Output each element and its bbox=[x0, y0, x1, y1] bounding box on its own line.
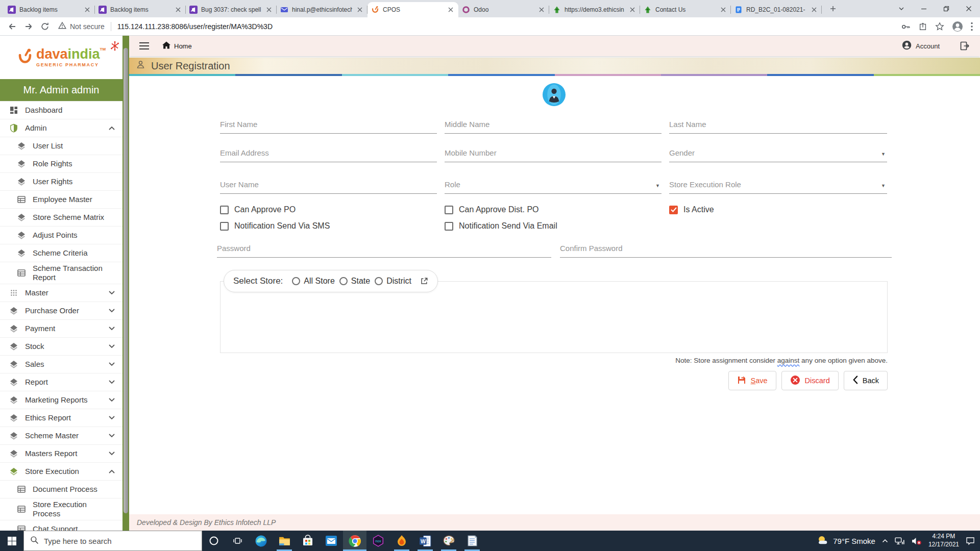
back-button[interactable]: Back bbox=[844, 371, 888, 390]
sidebar-item-purchase-order[interactable]: Purchase Order bbox=[0, 302, 122, 320]
window-close-icon[interactable] bbox=[958, 0, 980, 17]
radio-icon[interactable] bbox=[375, 277, 383, 285]
browser-reload-icon[interactable] bbox=[37, 18, 53, 35]
browser-tab-bug-3037-check-spell-c[interactable]: Bug 3037: check spell c bbox=[186, 2, 277, 17]
password-input[interactable]: Password bbox=[217, 240, 551, 258]
logout-icon[interactable] bbox=[960, 41, 970, 51]
search-input[interactable] bbox=[44, 537, 182, 545]
sidebar-item-admin[interactable]: Admin bbox=[0, 119, 122, 137]
tab-search-chevron-icon[interactable] bbox=[890, 0, 913, 17]
window-minimize-icon[interactable] bbox=[913, 0, 935, 17]
taskbar-search[interactable] bbox=[23, 531, 202, 551]
sidebar-item-dashboard[interactable]: Dashboard bbox=[0, 102, 122, 119]
taskbar-edge-icon[interactable] bbox=[249, 531, 273, 551]
discard-button[interactable]: Discard bbox=[781, 371, 839, 390]
security-chip[interactable]: Not secure bbox=[58, 21, 105, 31]
radio-icon[interactable] bbox=[292, 277, 300, 285]
start-button[interactable] bbox=[0, 531, 23, 551]
external-link-icon[interactable] bbox=[420, 277, 428, 285]
sidebar-item-scheme-transaction-report[interactable]: Scheme Transaction Report bbox=[0, 262, 122, 284]
taskbar-explorer-icon[interactable] bbox=[273, 531, 296, 551]
taskbar-notepad-icon[interactable] bbox=[460, 531, 484, 551]
account-icon[interactable] bbox=[901, 40, 912, 53]
sidebar-item-employee-master[interactable]: Employee Master bbox=[0, 191, 122, 209]
bookmark-star-icon[interactable] bbox=[935, 22, 944, 31]
checkbox-unchecked-icon[interactable] bbox=[445, 206, 453, 214]
sidebar-item-scheme-criteria[interactable]: Scheme Criteria bbox=[0, 244, 122, 262]
tab-close-icon[interactable] bbox=[537, 6, 546, 14]
taskbar-mail-icon[interactable] bbox=[320, 531, 343, 551]
url-text[interactable]: 115.124.111.238:8086/user/register/MA%3D… bbox=[117, 22, 273, 31]
sidebar-item-masters-report[interactable]: Masters Report bbox=[0, 445, 122, 463]
sidebar-item-adjust-points[interactable]: Adjust Points bbox=[0, 227, 122, 244]
browser-tab-odoo[interactable]: Odoo bbox=[458, 2, 549, 17]
can-approve-dist-po-checkbox[interactable]: Can Approve Dist. PO bbox=[445, 205, 539, 214]
password-key-icon[interactable] bbox=[901, 22, 911, 32]
notification-send-via-email-checkbox[interactable]: Notification Send Via Email bbox=[445, 221, 557, 231]
browser-back-icon[interactable] bbox=[4, 18, 20, 35]
sidebar-item-role-rights[interactable]: Role Rights bbox=[0, 155, 122, 173]
share-icon[interactable] bbox=[918, 22, 927, 31]
sidebar-item-sales[interactable]: Sales bbox=[0, 356, 122, 373]
sidebar-item-user-rights[interactable]: User Rights bbox=[0, 173, 122, 191]
checkbox-unchecked-icon[interactable] bbox=[220, 222, 229, 231]
task-view-icon[interactable] bbox=[226, 531, 249, 551]
checkbox-checked-icon[interactable] bbox=[669, 206, 678, 214]
tray-chevron-up-icon[interactable] bbox=[882, 539, 888, 543]
email-address-input[interactable]: Email Address bbox=[220, 145, 437, 162]
profile-avatar-image[interactable] bbox=[543, 83, 566, 106]
browser-tab-contact-us[interactable]: Contact Us bbox=[640, 2, 731, 17]
sidebar-item-user-list[interactable]: User List bbox=[0, 137, 122, 155]
sidebar-item-document-process[interactable]: Document Process bbox=[0, 481, 122, 498]
taskbar-flame-icon[interactable] bbox=[390, 531, 413, 551]
action-center-icon[interactable] bbox=[966, 536, 975, 545]
sidebar-scrollbar-track[interactable] bbox=[122, 36, 129, 531]
tab-close-icon[interactable] bbox=[83, 6, 91, 14]
last-name-input[interactable]: Last Name bbox=[669, 116, 887, 134]
browser-tab-rd-b2c-01-082021-b[interactable]: RD_B2C_01-082021- B bbox=[731, 2, 822, 17]
sidebar-item-master[interactable]: Master bbox=[0, 284, 122, 302]
taskbar-nox-icon[interactable]: nox bbox=[366, 531, 390, 551]
sidebar-item-report[interactable]: Report bbox=[0, 373, 122, 391]
radio-icon[interactable] bbox=[339, 277, 348, 285]
confirm-password-input[interactable]: Confirm Password bbox=[560, 240, 892, 258]
checkbox-unchecked-icon[interactable] bbox=[445, 222, 453, 231]
notification-send-via-sms-checkbox[interactable]: Notification Send Via SMS bbox=[220, 221, 330, 231]
browser-tab-cpos[interactable]: CPOS bbox=[368, 2, 458, 17]
cortana-icon[interactable] bbox=[202, 531, 226, 551]
middle-name-input[interactable]: Middle Name bbox=[445, 116, 662, 134]
hamburger-menu-icon[interactable] bbox=[139, 42, 149, 50]
tab-close-icon[interactable] bbox=[810, 6, 818, 14]
save-button[interactable]: Save bbox=[728, 371, 776, 390]
role-select[interactable]: Role ▼ bbox=[445, 177, 662, 194]
taskbar-clock[interactable]: 4:24 PM 12/17/2021 bbox=[928, 533, 959, 548]
sidebar-item-payment[interactable]: Payment bbox=[0, 320, 122, 338]
window-restore-icon[interactable] bbox=[935, 0, 958, 17]
mobile-number-input[interactable]: Mobile Number bbox=[445, 145, 662, 162]
taskbar-word-icon[interactable]: W bbox=[413, 531, 437, 551]
sidebar-item-store-scheme-matrix[interactable]: Store Scheme Matrix bbox=[0, 209, 122, 227]
account-label[interactable]: Account bbox=[916, 42, 940, 50]
tab-close-icon[interactable] bbox=[628, 6, 636, 14]
store-execution-role-select[interactable]: Store Execution Role ▼ bbox=[669, 177, 887, 194]
network-icon[interactable] bbox=[895, 537, 904, 545]
user-name-input[interactable]: User Name bbox=[220, 177, 437, 194]
tab-close-icon[interactable] bbox=[447, 6, 455, 14]
is-active-checkbox[interactable]: Is Active bbox=[669, 205, 714, 214]
sidebar-item-stock[interactable]: Stock bbox=[0, 338, 122, 356]
sidebar-item-store-execution[interactable]: Store Execution bbox=[0, 463, 122, 481]
browser-menu-dots-icon[interactable] bbox=[971, 22, 973, 31]
speaker-muted-icon[interactable] bbox=[911, 537, 922, 545]
browser-forward-icon[interactable] bbox=[20, 18, 37, 35]
can-approve-po-checkbox[interactable]: Can Approve PO bbox=[220, 205, 296, 214]
browser-tab-backlog-items[interactable]: Backlog items bbox=[95, 2, 186, 17]
store-radio-all-store[interactable]: All Store bbox=[292, 277, 334, 286]
checkbox-unchecked-icon[interactable] bbox=[220, 206, 229, 214]
home-button[interactable]: Home bbox=[162, 41, 192, 51]
sidebar-item-chat-support[interactable]: Chat Support bbox=[0, 520, 122, 531]
sidebar-item-store-execution-process[interactable]: Store Execution Process bbox=[0, 498, 122, 520]
sidebar-item-marketing-reports[interactable]: Marketing Reports bbox=[0, 391, 122, 409]
taskbar-store-icon[interactable] bbox=[296, 531, 320, 551]
taskbar-chrome-icon[interactable] bbox=[343, 531, 366, 551]
tab-close-icon[interactable] bbox=[356, 6, 364, 14]
